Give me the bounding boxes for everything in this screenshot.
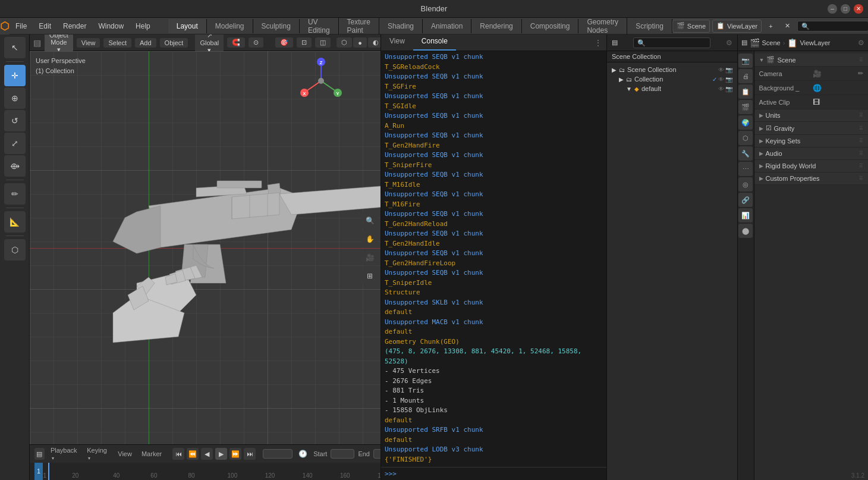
physics-props-btn[interactable]: ◎: [738, 177, 753, 192]
pan-btn[interactable]: ✋: [361, 230, 378, 247]
viewport-canvas[interactable]: User Perspective (1) Collection Z X: [30, 51, 380, 444]
play-btn[interactable]: ▶: [215, 448, 227, 460]
move-btn[interactable]: ⊕: [4, 87, 26, 109]
outliner-item-scene-collection[interactable]: ▶ 🗂 Scene Collection 👁 📷: [607, 65, 737, 74]
check-icon[interactable]: ✓: [712, 76, 717, 83]
tab-rendering[interactable]: Rendering: [471, 19, 521, 33]
visibility-icon[interactable]: 👁: [718, 67, 724, 73]
tab-sculpting[interactable]: Sculpting: [253, 19, 300, 33]
tab-layout[interactable]: Layout: [168, 19, 207, 33]
menu-file[interactable]: File: [10, 20, 33, 33]
camera-toggle-btn[interactable]: 🎥: [361, 249, 378, 265]
scene-section-header[interactable]: ▼ 🎬 Scene ⠿: [754, 54, 869, 67]
nav-gizmo[interactable]: Z X Y: [297, 57, 345, 105]
units-section-header[interactable]: ▶ Units ⠿: [754, 109, 869, 122]
scene-selector[interactable]: 🎬 Scene: [672, 20, 710, 33]
view-btn[interactable]: View: [77, 38, 100, 48]
start-frame-input[interactable]: 1: [331, 449, 354, 459]
prev-keyframe-btn[interactable]: ⏪: [187, 448, 199, 460]
render-props-btn[interactable]: 📷: [738, 54, 753, 68]
viewport-menu-icon[interactable]: ▤: [33, 38, 41, 48]
current-frame-input[interactable]: 1: [263, 449, 293, 459]
zoom-in-btn[interactable]: 🔍: [361, 212, 378, 228]
tab-animation[interactable]: Animation: [423, 19, 471, 33]
props-menu-icon[interactable]: ▤: [741, 39, 747, 46]
new-scene-btn[interactable]: +: [764, 21, 777, 31]
play-reverse-btn[interactable]: ◀: [201, 448, 213, 460]
menu-help[interactable]: Help: [130, 20, 156, 33]
tab-texture-paint[interactable]: Texture Paint: [339, 15, 379, 37]
tab-uv-editing[interactable]: UV Editing: [300, 15, 339, 37]
material-props-btn[interactable]: ⬤: [738, 224, 753, 238]
remove-scene-btn[interactable]: ✕: [780, 21, 795, 31]
scene-props-btn[interactable]: 🎬: [738, 100, 753, 114]
end-frame-input[interactable]: 250: [373, 449, 380, 459]
object-btn[interactable]: Object: [160, 38, 188, 48]
tab-scripting[interactable]: Scripting: [627, 19, 672, 33]
menu-render[interactable]: Render: [57, 20, 92, 33]
col-render-icon[interactable]: 📷: [725, 76, 732, 83]
keying-sets-header[interactable]: ▶ Keying Sets ⠿: [754, 135, 869, 148]
playback-menu[interactable]: Playback ▾: [47, 446, 81, 462]
tab-console[interactable]: Console: [413, 34, 456, 51]
add-menu-btn[interactable]: Add: [135, 38, 156, 48]
custom-props-header[interactable]: ▶ Custom Properties ⠿: [754, 172, 869, 185]
constraints-props-btn[interactable]: 🔗: [738, 193, 753, 207]
tab-view[interactable]: View: [381, 34, 413, 51]
keying-menu[interactable]: Keying ▾: [83, 446, 112, 462]
modifier-props-btn[interactable]: 🔧: [738, 146, 753, 161]
audio-section-header[interactable]: ▶ Audio ⠿: [754, 148, 869, 160]
output-props-btn[interactable]: 🖨: [738, 69, 753, 83]
add-btn[interactable]: ⬡: [4, 239, 26, 261]
def-render-icon[interactable]: 📷: [725, 86, 732, 92]
snap-btn[interactable]: 🧲: [227, 37, 245, 48]
rotate-btn[interactable]: ↺: [4, 110, 26, 131]
select-btn[interactable]: Select: [103, 38, 131, 48]
xray-btn[interactable]: ◫: [315, 37, 331, 48]
world-props-btn[interactable]: 🌍: [738, 115, 753, 130]
tab-modeling[interactable]: Modeling: [207, 19, 253, 33]
viewlayer-selector[interactable]: 📋 ViewLayer: [712, 20, 762, 33]
console-input[interactable]: [399, 470, 603, 478]
search-input[interactable]: [797, 21, 868, 32]
def-visibility-icon[interactable]: 👁: [718, 86, 724, 92]
object-props-btn[interactable]: ⬡: [738, 131, 753, 145]
tab-shading[interactable]: Shading: [379, 19, 423, 33]
annotate-btn[interactable]: ✏: [4, 183, 26, 205]
grid-btn[interactable]: ⊞: [361, 267, 378, 284]
marker-menu[interactable]: Marker: [138, 449, 165, 459]
proportional-btn[interactable]: ⊙: [249, 37, 263, 48]
view-menu[interactable]: View: [114, 449, 136, 459]
props-filter-icon[interactable]: ⚙: [858, 39, 864, 47]
gravity-checkbox[interactable]: ☑: [766, 124, 772, 132]
skip-to-end-btn[interactable]: ⏭: [244, 448, 256, 460]
outliner-search[interactable]: [633, 37, 710, 48]
cursor-btn[interactable]: ✛: [4, 65, 26, 86]
transform-btn[interactable]: ⟴: [4, 155, 26, 177]
render-icon[interactable]: 📷: [725, 67, 732, 73]
close-button[interactable]: ✕: [854, 4, 863, 14]
maximize-button[interactable]: □: [841, 4, 850, 14]
outliner-item-collection[interactable]: ▶ 🗂 Collection ✓ 👁 📷: [607, 74, 737, 84]
col-visibility-icon[interactable]: 👁: [718, 76, 724, 83]
data-props-btn[interactable]: 📊: [738, 208, 753, 222]
material-btn[interactable]: ◐: [368, 37, 380, 48]
skip-to-start-btn[interactable]: ⏮: [172, 448, 184, 460]
particles-props-btn[interactable]: ⋯: [738, 162, 753, 176]
menu-edit[interactable]: Edit: [33, 20, 57, 33]
outliner-item-default[interactable]: ▼ ◆ default 👁 📷: [607, 84, 737, 93]
overlays-btn[interactable]: ⊡: [297, 37, 312, 48]
menu-window[interactable]: Window: [92, 20, 130, 33]
tab-geometry-nodes[interactable]: Geometry Nodes: [578, 15, 627, 37]
view-layer-props-btn[interactable]: 📋: [738, 84, 753, 99]
scale-btn[interactable]: ⤢: [4, 133, 26, 154]
gravity-section-header[interactable]: ▶ ☑ Gravity ⠿: [754, 122, 869, 135]
gizmos-btn[interactable]: 🎯: [275, 37, 293, 48]
console-options-btn[interactable]: ⋮: [590, 34, 606, 51]
solid-btn[interactable]: ●: [353, 37, 367, 48]
outliner-filter-icon[interactable]: ⚙: [726, 39, 732, 47]
minimize-button[interactable]: –: [828, 4, 837, 14]
tab-compositing[interactable]: Compositing: [522, 19, 579, 33]
timeline-menu-btn[interactable]: ▤: [34, 448, 45, 460]
rigid-body-header[interactable]: ▶ Rigid Body World ⠿: [754, 160, 869, 172]
